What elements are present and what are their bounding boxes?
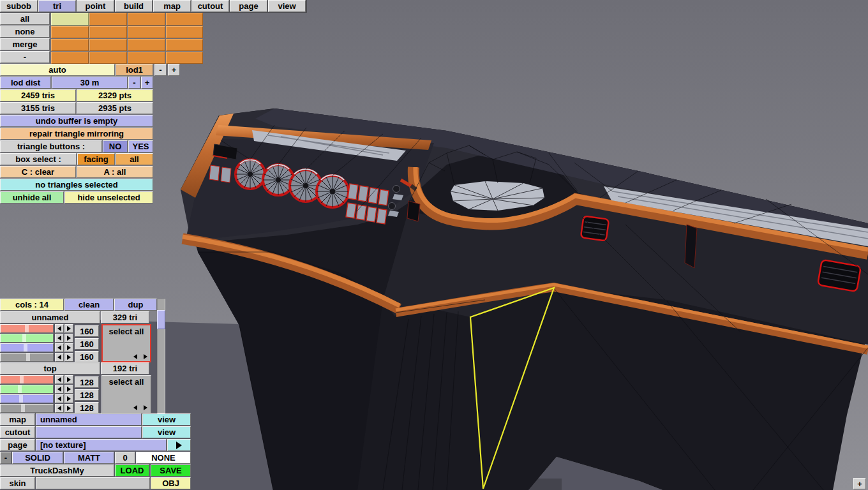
map-label-button[interactable]: map <box>0 413 35 426</box>
gray-dec-button[interactable] <box>55 404 64 413</box>
lod-plus-button[interactable]: + <box>168 64 180 76</box>
unhide-all-button[interactable]: unhide all <box>0 191 64 204</box>
undo-status[interactable]: undo buffer is empty <box>0 115 153 127</box>
group-prev-button[interactable] <box>131 403 139 412</box>
subob-cell[interactable] <box>166 26 203 38</box>
viewport-add-button[interactable]: + <box>853 478 866 489</box>
lod-dist-value[interactable]: 30 m <box>52 77 128 89</box>
hide-unselected-button[interactable]: hide unselected <box>64 191 153 204</box>
group-prev-button[interactable] <box>131 352 139 360</box>
blue-inc-button[interactable] <box>64 394 73 403</box>
lod-minus-button[interactable]: - <box>154 64 167 76</box>
group-next-button[interactable] <box>141 352 149 360</box>
triangle-buttons-no[interactable]: NO <box>103 140 128 152</box>
tab-map[interactable]: map <box>153 0 191 12</box>
tab-view[interactable]: view <box>268 0 306 12</box>
subob-cell[interactable] <box>166 52 203 64</box>
cutout-view-button[interactable]: view <box>142 426 191 438</box>
triangle-buttons-yes[interactable]: YES <box>128 140 153 152</box>
skin-name-field[interactable] <box>36 477 150 489</box>
group-name-unnamed[interactable]: unnamed <box>0 311 100 323</box>
subob-cell[interactable] <box>166 39 203 51</box>
box-select-facing[interactable]: facing <box>77 153 115 165</box>
box-select-all[interactable]: all <box>116 153 153 165</box>
subob-cell[interactable] <box>128 26 165 38</box>
green-dec-button[interactable] <box>55 334 64 343</box>
skin-label-button[interactable]: skin <box>0 477 35 489</box>
subob-cell[interactable] <box>166 13 203 26</box>
page-next-button[interactable] <box>167 439 191 451</box>
subob-cell[interactable] <box>89 26 127 38</box>
subob-cell[interactable] <box>89 39 127 51</box>
green-dec-button[interactable] <box>55 385 64 394</box>
red-inc-button[interactable] <box>64 375 73 384</box>
gray-inc-button[interactable] <box>64 404 73 413</box>
red-slider[interactable] <box>0 375 54 384</box>
material-none-field[interactable]: NONE <box>136 452 191 464</box>
tab-point[interactable]: point <box>77 0 114 12</box>
page-label-button[interactable]: page <box>0 439 35 451</box>
green-value[interactable]: 128 <box>75 389 99 401</box>
red-value[interactable]: 128 <box>75 376 99 388</box>
collections-scrollbar-thumb[interactable] <box>157 310 165 329</box>
blue-slider[interactable] <box>0 343 54 352</box>
tab-cutout[interactable]: cutout <box>191 0 229 12</box>
blue-slider[interactable] <box>0 394 54 403</box>
subob-cell[interactable] <box>128 52 165 64</box>
cutout-name-field[interactable] <box>36 426 142 438</box>
green-slider[interactable] <box>0 385 54 394</box>
cols-count-button[interactable]: cols : 14 <box>0 299 64 311</box>
gray-inc-button[interactable] <box>64 353 73 362</box>
group-next-button[interactable] <box>141 403 149 412</box>
green-inc-button[interactable] <box>64 334 73 343</box>
subob-minus-button[interactable]: - <box>0 51 50 63</box>
red-slider[interactable] <box>0 324 54 333</box>
gray-slider[interactable] <box>0 353 54 362</box>
tab-subob[interactable]: subob <box>0 0 38 12</box>
subob-cell[interactable] <box>51 39 89 51</box>
key-all-button[interactable]: A : all <box>77 166 153 178</box>
red-dec-button[interactable] <box>55 324 64 333</box>
lod-dist-minus-button[interactable]: - <box>128 77 140 89</box>
lod-dist-label[interactable]: lod dist <box>0 77 51 89</box>
material-matt-button[interactable]: MATT <box>64 452 114 464</box>
lod-level-button[interactable]: lod1 <box>116 64 153 76</box>
material-minus-button[interactable]: - <box>0 452 11 464</box>
subob-cell[interactable] <box>128 39 165 51</box>
gray-dec-button[interactable] <box>55 353 64 362</box>
blue-dec-button[interactable] <box>55 394 64 403</box>
blue-value[interactable]: 160 <box>75 351 99 362</box>
page-texture-field[interactable]: [no texture] <box>36 439 167 451</box>
tab-page[interactable]: page <box>230 0 267 12</box>
cutout-label-button[interactable]: cutout <box>0 426 35 438</box>
red-inc-button[interactable] <box>64 324 73 333</box>
obj-export-button[interactable]: OBJ <box>151 477 191 489</box>
subob-none-button[interactable]: none <box>0 26 50 38</box>
tab-build[interactable]: build <box>115 0 153 12</box>
subob-cell[interactable] <box>51 13 89 26</box>
dup-button[interactable]: dup <box>114 299 157 311</box>
material-solid-button[interactable]: SOLID <box>12 452 63 464</box>
tab-tri[interactable]: tri <box>38 0 76 12</box>
green-value[interactable]: 160 <box>75 338 99 350</box>
red-value[interactable]: 160 <box>75 325 99 337</box>
material-count-field[interactable]: 0 <box>115 452 135 464</box>
load-button[interactable]: LOAD <box>115 464 149 477</box>
lod-auto-button[interactable]: auto <box>0 64 115 76</box>
repair-mirroring-button[interactable]: repair triangle mirroring <box>0 128 153 140</box>
subob-all-button[interactable]: all <box>0 13 50 25</box>
red-dec-button[interactable] <box>55 375 64 384</box>
green-slider[interactable] <box>0 334 54 343</box>
subob-cell[interactable] <box>128 13 165 26</box>
subob-cell[interactable] <box>89 52 127 64</box>
clean-button[interactable]: clean <box>64 299 114 311</box>
blue-dec-button[interactable] <box>55 343 64 352</box>
lod-dist-plus-button[interactable]: + <box>141 77 153 89</box>
key-clear-button[interactable]: C : clear <box>0 166 76 178</box>
subob-cell[interactable] <box>51 26 89 38</box>
group-name-top[interactable]: top <box>0 362 100 375</box>
model-name-button[interactable]: TruckDashMy <box>0 464 114 477</box>
map-view-button[interactable]: view <box>142 413 191 426</box>
green-inc-button[interactable] <box>64 385 73 394</box>
save-button[interactable]: SAVE <box>151 464 191 477</box>
